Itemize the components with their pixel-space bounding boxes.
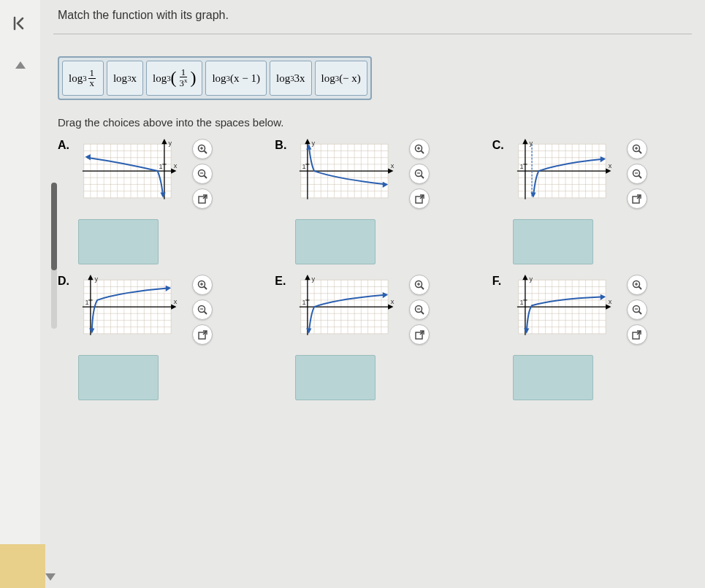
svg-line-39 — [205, 176, 207, 179]
graph-label: D. — [58, 275, 74, 400]
svg-text:x: x — [391, 162, 395, 169]
svg-text:x: x — [174, 162, 178, 169]
svg-marker-194 — [305, 275, 310, 280]
zoom-in-icon[interactable] — [192, 139, 213, 159]
svg-marker-236 — [522, 275, 527, 280]
svg-marker-152 — [88, 275, 93, 280]
svg-marker-67 — [305, 139, 310, 144]
graph-cell-D: D. y x 1 — [58, 275, 257, 400]
footer-highlight — [0, 544, 45, 588]
svg-line-35 — [205, 151, 207, 154]
graph-label: F. — [492, 275, 508, 400]
graph-label: E. — [275, 275, 291, 400]
graph-plot: y x 1 — [78, 275, 188, 348]
svg-text:1: 1 — [85, 299, 89, 306]
graph-plot: y x 1 — [295, 275, 405, 348]
graph-plot: y x 1 — [513, 275, 622, 348]
zoom-out-icon[interactable] — [409, 164, 430, 184]
svg-text:x: x — [391, 298, 395, 305]
zoom-out-icon[interactable] — [409, 299, 430, 320]
svg-line-166 — [205, 312, 207, 315]
drop-zone[interactable] — [295, 219, 376, 264]
svg-text:y: y — [94, 275, 98, 283]
zoom-in-icon[interactable] — [409, 275, 430, 295]
popout-icon[interactable] — [627, 324, 647, 345]
svg-line-120 — [639, 151, 641, 154]
graph-cell-C: C. y x 1 — [492, 139, 692, 264]
choice-c1[interactable]: log 3 1x — [62, 61, 104, 96]
graph-plot: y x 1 — [295, 139, 405, 212]
left-nav — [0, 0, 40, 588]
popout-icon[interactable] — [627, 188, 647, 209]
svg-text:1: 1 — [159, 163, 163, 170]
popout-icon[interactable] — [192, 324, 213, 345]
popout-icon[interactable] — [409, 324, 430, 345]
svg-line-246 — [639, 287, 641, 290]
choice-c5[interactable]: log 33x — [270, 61, 312, 96]
svg-line-250 — [639, 312, 641, 315]
question-prompt: Match the function with its graph. — [58, 9, 692, 22]
graph-cell-A: A. y x 1 — [58, 139, 257, 264]
drop-zone[interactable] — [513, 219, 593, 264]
svg-text:x: x — [608, 162, 611, 169]
drop-zone[interactable] — [295, 355, 376, 400]
svg-text:1: 1 — [302, 163, 306, 170]
graph-cell-E: E. y x 1 — [275, 275, 474, 400]
graph-label: C. — [492, 139, 508, 264]
svg-text:x: x — [174, 298, 178, 305]
drop-zone[interactable] — [78, 355, 159, 400]
choice-c3[interactable]: log 3 (13x) — [146, 61, 202, 96]
graph-plot: y x 1 — [78, 139, 188, 212]
svg-line-162 — [205, 287, 207, 290]
svg-text:1: 1 — [519, 299, 523, 306]
zoom-in-icon[interactable] — [627, 139, 647, 159]
divider — [53, 34, 692, 34]
svg-text:1: 1 — [302, 299, 306, 306]
zoom-out-icon[interactable] — [192, 164, 213, 184]
choices-tray: log 3 1xlog 3xlog 3 (13x)log 3(x − 1)log… — [58, 56, 372, 100]
drag-instruction: Drag the choices above into the spaces b… — [58, 116, 692, 129]
graph-cell-B: B. y x 1 — [275, 139, 474, 264]
graph-plot: y x 1 — [513, 139, 622, 212]
zoom-out-icon[interactable] — [192, 299, 213, 320]
graph-grid: A. y x 1 B. y x 1 C. y x 1 — [58, 139, 692, 400]
zoom-in-icon[interactable] — [409, 139, 430, 159]
graph-label: B. — [275, 139, 291, 264]
collapse-icon[interactable] — [10, 13, 31, 34]
scroll-down-icon[interactable] — [45, 573, 56, 581]
main-content: Match the function with its graph. log 3… — [40, 0, 705, 588]
svg-text:y: y — [168, 140, 172, 147]
svg-text:1: 1 — [519, 163, 523, 170]
svg-line-204 — [422, 287, 424, 290]
svg-text:y: y — [312, 275, 316, 283]
svg-text:y: y — [529, 275, 533, 283]
svg-line-81 — [422, 176, 424, 179]
popout-icon[interactable] — [409, 188, 430, 209]
svg-marker-25 — [161, 139, 167, 144]
graph-cell-F: F. y x 1 — [492, 275, 692, 400]
svg-marker-109 — [522, 139, 527, 144]
scroll-up-icon[interactable] — [15, 61, 26, 69]
svg-text:x: x — [608, 298, 611, 305]
drop-zone[interactable] — [78, 219, 159, 264]
zoom-in-icon[interactable] — [627, 275, 647, 295]
svg-line-77 — [422, 151, 424, 154]
drop-zone[interactable] — [513, 355, 593, 400]
svg-line-124 — [639, 176, 641, 179]
zoom-in-icon[interactable] — [192, 275, 213, 295]
popout-icon[interactable] — [192, 188, 213, 209]
choice-c2[interactable]: log 3x — [107, 61, 143, 96]
choice-c6[interactable]: log 3(− x) — [315, 61, 367, 96]
svg-text:y: y — [312, 140, 316, 147]
zoom-out-icon[interactable] — [627, 164, 647, 184]
graph-label: A. — [58, 139, 74, 264]
zoom-out-icon[interactable] — [627, 299, 647, 320]
svg-line-208 — [422, 312, 424, 315]
choice-c4[interactable]: log 3(x − 1) — [205, 61, 267, 96]
